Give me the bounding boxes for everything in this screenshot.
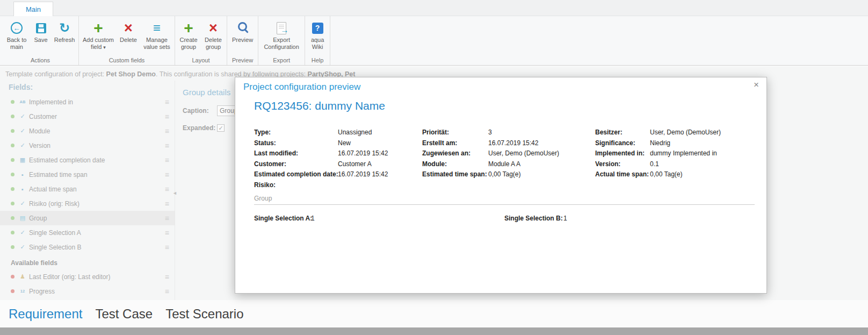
drag-handle-icon[interactable]: ≡: [165, 199, 169, 208]
modal-title: Project configuration preview: [243, 82, 360, 92]
close-icon[interactable]: ×: [754, 80, 759, 89]
back-to-main-button[interactable]: ← Back to main: [4, 17, 30, 51]
field-item[interactable]: ▦ Estimated completion date ≡: [0, 153, 175, 167]
tab-test-case[interactable]: Test Case: [95, 307, 153, 322]
detail-label: Customer:: [254, 159, 338, 170]
detail-label: Actual time span:: [595, 169, 650, 180]
button-label: Manage value sets: [143, 37, 170, 50]
drag-handle-icon[interactable]: ≡: [165, 287, 169, 296]
tab-requirement[interactable]: Requirement: [9, 307, 82, 322]
delete-field-button[interactable]: × Delete: [117, 17, 140, 44]
detail-label: [595, 180, 650, 191]
add-custom-field-button[interactable]: + Add custom field ▾: [81, 17, 116, 51]
drag-handle-icon[interactable]: ≡: [165, 243, 169, 252]
field-item[interactable]: ♟ Last Editor (orig: Last editor) ≡: [0, 269, 175, 284]
back-arrow-icon: ←: [11, 22, 23, 34]
aqua-wiki-button[interactable]: ? aqua Wiki: [307, 17, 328, 51]
field-item[interactable]: ✓ Single Selection A ≡: [0, 225, 175, 240]
drag-handle-icon[interactable]: ≡: [165, 229, 169, 237]
active-indicator-dot: [11, 231, 15, 234]
available-indicator-dot: [11, 275, 15, 279]
active-indicator-dot: [11, 158, 15, 162]
ribbon-group-preview: Preview Preview: [227, 16, 258, 65]
detail-value: Niedrig: [650, 138, 751, 149]
field-item[interactable]: AB Implemented in ≡: [0, 95, 175, 109]
button-label: aqua Wiki: [311, 37, 324, 50]
active-indicator-dot: [11, 100, 15, 104]
ribbon-group-actions: ← Back to main Save ↻ Refresh Actions: [2, 16, 79, 65]
ribbon-body: ← Back to main Save ↻ Refresh Actions + …: [0, 16, 868, 66]
fields-panel: Fields: AB Implemented in ≡ ✓ Customer ≡…: [0, 81, 175, 327]
active-indicator-dot: [11, 216, 15, 220]
drag-handle-icon[interactable]: ≡: [165, 214, 169, 223]
window-bottom-strip: [0, 327, 868, 335]
detail-label: Priorität:: [422, 127, 488, 138]
field-item-group-selected[interactable]: ▤ Group ≡: [0, 211, 175, 225]
button-label: Export Configuration: [264, 37, 299, 50]
tab-test-scenario[interactable]: Test Scenario: [165, 307, 243, 322]
field-item[interactable]: ✓ Risiko (orig: Risk) ≡: [0, 196, 175, 211]
field-item[interactable]: 12 Progress ≡: [0, 284, 175, 298]
preview-button[interactable]: Preview: [230, 17, 256, 44]
manage-value-sets-button[interactable]: ≡ Manage value sets: [141, 17, 173, 51]
field-item[interactable]: ▪ Estimated time span ≡: [0, 167, 175, 182]
ribbon-group-label: Custom fields: [81, 56, 173, 65]
drag-handle-icon[interactable]: ≡: [165, 273, 169, 281]
ribbon-group-export: → Export Configuration Export: [258, 16, 305, 65]
drag-handle-icon[interactable]: ≡: [165, 112, 169, 121]
timespan-icon: ▪: [18, 172, 27, 178]
drag-handle-icon[interactable]: ≡: [165, 170, 169, 179]
check-icon: ✓: [18, 229, 27, 236]
active-indicator-dot: [11, 115, 15, 118]
detail-value: 16.07.2019 15:42: [488, 138, 595, 149]
ribbon-tab-main[interactable]: Main: [13, 2, 53, 16]
create-group-button[interactable]: + Create group: [177, 17, 200, 51]
detail-value: Unassigned: [338, 127, 422, 138]
button-label: Add custom field: [83, 37, 114, 50]
detail-value: 0,00 Tag(e): [650, 169, 751, 180]
field-item[interactable]: ✓ Version ≡: [0, 138, 175, 153]
field-item[interactable]: ✓ Customer ≡: [0, 109, 175, 124]
refresh-button[interactable]: ↻ Refresh: [52, 17, 77, 44]
check-icon: ✓: [18, 200, 27, 207]
detail-value: User, Demo (DemoUser): [650, 127, 751, 138]
detail-value: Module A A: [488, 159, 595, 170]
drag-handle-icon[interactable]: ≡: [165, 141, 169, 150]
detail-value: New: [338, 138, 422, 149]
project-name: Pet Shop Demo: [106, 70, 156, 78]
active-indicator-dot: [11, 202, 15, 205]
drag-handle-icon[interactable]: ≡: [165, 98, 169, 106]
field-label: Implemented in: [29, 98, 161, 106]
active-indicator-dot: [11, 173, 15, 176]
ribbon: Main ← Back to main Save ↻ Refresh Actio…: [0, 0, 868, 66]
detail-value: 0.1: [650, 159, 751, 170]
ribbon-group-label: Preview: [229, 56, 256, 65]
detail-label: Last modified:: [254, 148, 338, 159]
detail-value: User, Demo (DemoUser): [488, 148, 595, 159]
detail-value: 16.07.2019 15:42: [338, 148, 422, 159]
drag-handle-icon[interactable]: ≡: [165, 127, 169, 136]
drag-handle-icon[interactable]: ≡: [165, 185, 169, 194]
save-button[interactable]: Save: [31, 17, 51, 44]
detail-label: Estimated time span:: [422, 169, 488, 180]
delete-group-button[interactable]: × Delete group: [201, 17, 225, 51]
detail-label: Zugewiesen an:: [422, 148, 488, 159]
field-item[interactable]: ✓ Single Selection B ≡: [0, 240, 175, 254]
field-label: Single Selection B: [29, 244, 161, 251]
detail-value: [338, 180, 422, 191]
drag-handle-icon[interactable]: ≡: [165, 156, 169, 165]
refresh-icon: ↻: [59, 22, 70, 34]
delete-x-icon: ×: [209, 22, 218, 34]
field-item[interactable]: ▪ Actual time span ≡: [0, 182, 175, 196]
panel-collapse-arrow-icon[interactable]: ◄: [172, 190, 177, 196]
field-item[interactable]: ✓ Module ≡: [0, 124, 175, 138]
detail-value: 16.07.2019 15:42: [338, 169, 422, 180]
detail-value: [488, 180, 595, 191]
group-section-divider: [254, 204, 755, 205]
expanded-checkbox[interactable]: ✓: [217, 124, 225, 132]
export-configuration-button[interactable]: → Export Configuration: [260, 17, 303, 51]
detail-label: Status:: [254, 138, 338, 149]
plus-icon: +: [184, 22, 193, 34]
check-icon: ✓: [18, 142, 27, 149]
check-icon: ✓: [18, 127, 27, 134]
